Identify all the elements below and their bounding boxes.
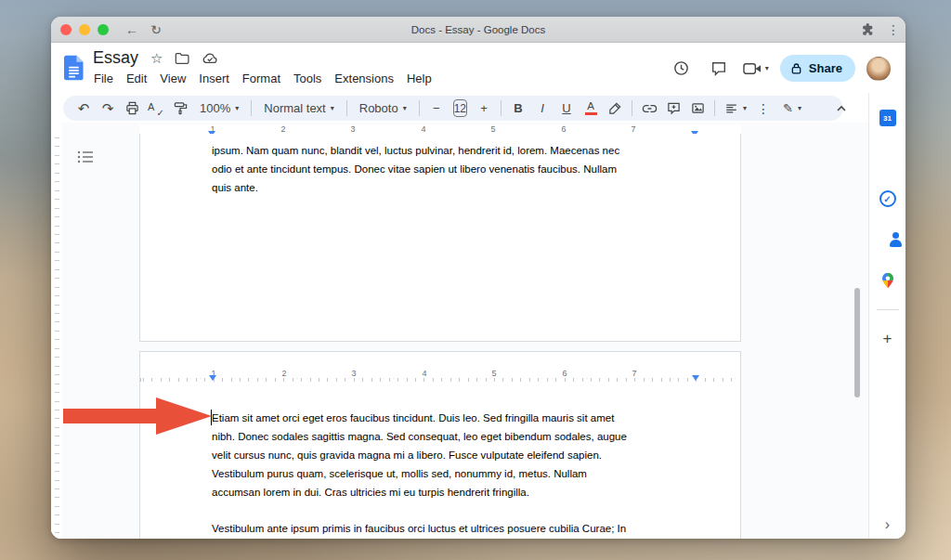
ruler-number: 2 (281, 369, 286, 378)
toolbar-overflow-icon[interactable]: ⋮ (752, 98, 775, 120)
text-line[interactable]: ipsum. Nam quam nunc, blandit vel, luctu… (212, 141, 619, 160)
insert-image-icon[interactable] (686, 98, 709, 120)
bold-button[interactable]: B (507, 98, 529, 120)
menu-extensions[interactable]: Extensions (328, 70, 400, 87)
hide-menus-chevron-icon[interactable] (830, 98, 853, 120)
page2-paragraph2: Vestibulum ante ipsum primis in faucibus… (212, 519, 626, 538)
text-line[interactable]: Etiam sit amet orci eget eros faucibus t… (212, 409, 627, 427)
align-select[interactable]: ▾ (721, 102, 750, 115)
italic-button[interactable]: I (531, 98, 554, 120)
separator (419, 100, 420, 116)
font-size-input[interactable]: 12 (453, 99, 467, 117)
zoom-select[interactable]: 100% ▾ (193, 101, 245, 115)
insert-link-icon[interactable] (638, 98, 660, 120)
menu-help[interactable]: Help (400, 70, 438, 87)
move-folder-icon[interactable] (175, 52, 189, 64)
avatar[interactable] (866, 57, 891, 81)
text-line[interactable]: Vestibulum purus quam, scelerisque ut, m… (212, 464, 627, 483)
underline-button[interactable]: U (555, 98, 578, 120)
share-button-label: Share (809, 61, 842, 75)
add-comment-icon[interactable] (662, 98, 684, 120)
font-family-value: Roboto (359, 101, 398, 115)
maps-icon[interactable] (879, 272, 896, 289)
zoom-caret: ▾ (235, 105, 239, 112)
document-title[interactable]: Essay (93, 48, 138, 68)
redo-icon[interactable]: ↷ (97, 98, 119, 120)
undo-icon[interactable]: ↶ (72, 98, 95, 120)
text-line[interactable]: Vestibulum ante ipsum primis in faucibus… (212, 519, 626, 538)
tasks-check: ✓ (883, 194, 891, 204)
vertical-scrollbar[interactable] (854, 288, 860, 397)
text-color-swatch (585, 112, 597, 115)
page-2[interactable]: 1 2 3 4 5 6 7 Etiam sit amet orci eget e… (139, 351, 741, 539)
menu-format[interactable]: Format (236, 70, 287, 87)
separator (346, 100, 347, 116)
font-family-select[interactable]: Roboto ▾ (353, 101, 413, 115)
cloud-saved-icon[interactable] (202, 52, 218, 64)
text-color-button[interactable]: A (580, 98, 602, 120)
star-icon[interactable]: ☆ (150, 50, 163, 67)
reload-icon[interactable]: ↻ (148, 22, 164, 37)
fullscreen-window-button[interactable] (98, 24, 109, 35)
toolbar: ↶ ↷ A✓ 100% ▾ Normal text ▾ Roboto ▾ − 1… (63, 96, 843, 121)
version-history-icon[interactable] (669, 56, 695, 82)
text-line[interactable]: odio et ante tincidunt tempus. Donec vit… (212, 160, 619, 178)
text-line[interactable]: nibh. Donec sodales sagittis magna. Sed … (212, 427, 627, 446)
paint-format-icon[interactable] (169, 98, 191, 120)
ruler-number: 2 (280, 124, 285, 134)
vertical-ruler (51, 123, 62, 539)
editing-mode-select[interactable]: ✎ ▾ (776, 101, 808, 115)
docs-logo-icon[interactable] (64, 55, 84, 81)
zoom-value: 100% (200, 101, 230, 115)
left-margin-marker[interactable] (209, 375, 216, 381)
close-window-button[interactable] (60, 24, 72, 35)
browser-menu-icon[interactable]: ⋮ (887, 22, 896, 37)
ruler-number: 6 (561, 124, 566, 134)
ruler-number: 7 (632, 369, 636, 378)
right-margin-marker[interactable] (692, 375, 699, 381)
calendar-icon[interactable]: 31 (879, 110, 896, 126)
ruler-number: 7 (631, 124, 635, 134)
menu-tools[interactable]: Tools (287, 70, 328, 87)
share-button[interactable]: Share (780, 55, 855, 82)
menu-bar: File Edit View Insert Format Tools Exten… (87, 70, 438, 87)
comments-icon[interactable] (706, 56, 732, 82)
menu-file[interactable]: File (87, 70, 120, 87)
style-caret: ▾ (331, 105, 334, 112)
page1-text: ipsum. Nam quam nunc, blandit vel, luctu… (212, 141, 619, 197)
tasks-icon[interactable]: ✓ (879, 190, 896, 207)
print-icon[interactable] (121, 98, 143, 120)
side-panel: 31 ✓ + › (868, 93, 905, 539)
text-line[interactable]: accumsan lorem in dui. Cras ultricies mi… (212, 483, 627, 501)
spellcheck-icon[interactable]: A✓ (145, 98, 167, 120)
back-icon[interactable]: ← (124, 22, 140, 37)
panel-divider (877, 309, 899, 310)
menu-edit[interactable]: Edit (120, 70, 153, 87)
editing-mode-caret: ▾ (798, 105, 801, 112)
document-canvas: 1 2 3 4 5 6 7 ipsum. Nam quam nunc, blan… (51, 123, 868, 539)
calendar-day-label: 31 (883, 114, 892, 123)
add-addon-button[interactable]: + (883, 331, 892, 347)
increase-font-size-button[interactable]: + (473, 98, 495, 120)
page-1[interactable]: ipsum. Nam quam nunc, blandit vel, luctu… (139, 134, 741, 342)
document-outline-icon[interactable] (73, 145, 98, 169)
separator (501, 100, 502, 116)
docs-header: Essay ☆ File Edit View Insert Format Too… (51, 43, 905, 93)
page2-ruler: 1 2 3 4 5 6 7 (140, 369, 740, 382)
camera-dropdown-caret[interactable]: ▾ (765, 65, 769, 72)
hide-panel-chevron-icon[interactable]: › (885, 516, 890, 533)
decrease-font-size-button[interactable]: − (425, 98, 448, 120)
minimize-window-button[interactable] (79, 24, 90, 35)
paragraph-style-select[interactable]: Normal text ▾ (257, 101, 340, 115)
highlight-color-icon[interactable] (604, 98, 626, 120)
text-line[interactable]: quis ante. (212, 178, 619, 197)
ruler-number: 5 (490, 124, 495, 134)
extensions-puzzle-icon[interactable] (861, 23, 874, 36)
menu-insert[interactable]: Insert (192, 70, 236, 87)
spellcheck-letter: A (148, 101, 154, 112)
separator (632, 100, 632, 116)
text-line[interactable]: velit cursus nunc, quis gravida magna mi… (212, 446, 627, 464)
meet-camera-button[interactable]: ▾ (743, 62, 769, 75)
separator (251, 100, 252, 116)
menu-view[interactable]: View (153, 70, 192, 87)
